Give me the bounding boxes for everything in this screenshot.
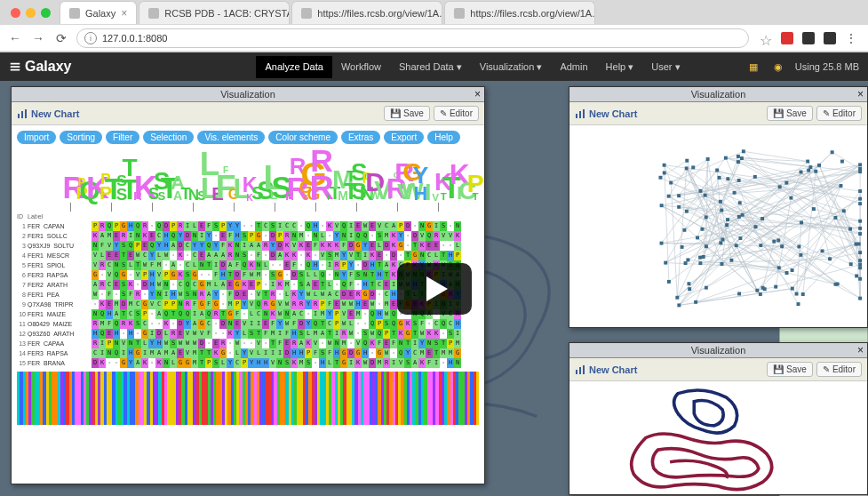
close-icon[interactable]: ×: [474, 88, 481, 100]
svg-rect-265: [737, 292, 741, 296]
menu-icon[interactable]: ⋮: [845, 32, 857, 44]
galaxy-nav-item[interactable]: User ▾: [642, 56, 689, 78]
close-icon[interactable]: ×: [857, 88, 864, 100]
galaxy-nav-item[interactable]: Visualization ▾: [471, 56, 552, 78]
back-button[interactable]: ←: [7, 30, 23, 46]
galaxy-nav-item[interactable]: Analyze Data: [256, 56, 331, 78]
browser-tab[interactable]: RCSB PDB - 1ACB: CRYSTA...×: [139, 1, 290, 24]
svg-rect-221: [858, 277, 862, 281]
msa-row[interactable]: 14FER3_RAPSACINQIHGIMAMAEVMTTKG-LYVLIIID…: [17, 348, 479, 358]
svg-rect-224: [733, 191, 737, 195]
browser-tab-row: Galaxy×RCSB PDB - 1ACB: CRYSTA...×https:…: [0, 0, 868, 25]
svg-rect-284: [735, 244, 738, 247]
editor-button[interactable]: ✎ Editor: [816, 106, 862, 121]
svg-rect-190: [737, 215, 741, 219]
network-body[interactable]: [569, 125, 867, 327]
msa-menu-pill[interactable]: Help: [427, 131, 460, 144]
svg-rect-277: [834, 283, 838, 286]
msa-row-label: Q93Z60_ARATH: [28, 331, 92, 337]
save-button[interactable]: 💾 Save: [767, 106, 813, 121]
save-button[interactable]: 💾 Save: [384, 106, 430, 121]
galaxy-nav-item[interactable]: Help ▾: [597, 56, 643, 78]
viz-panel-protein[interactable]: Visualization × New Chart 💾 Save ✎ Edito…: [569, 342, 868, 495]
msa-row[interactable]: 12Q93Z60_ARATHHQEH-H-GIDLREVWVF--KYLSTFM…: [17, 329, 479, 339]
msa-row[interactable]: 13FER_CAPAARIPNVNTLYHWSWWWD-ER-W--V-TFER…: [17, 339, 479, 348]
bookmark-icon[interactable]: ☆: [760, 32, 772, 44]
svg-rect-301: [821, 249, 824, 252]
network-graph[interactable]: [569, 125, 867, 327]
maximize-window-icon[interactable]: [41, 8, 51, 18]
msa-row[interactable]: 3Q93XJ9_SOLTUNFVYSQPEQYHADCYYQYFKNIAARYD…: [17, 241, 479, 251]
svg-rect-214: [800, 220, 803, 224]
forward-button[interactable]: →: [30, 30, 46, 46]
extension-icon[interactable]: [802, 32, 815, 44]
browser-tab[interactable]: https://files.rcsb.org/view/1A...×: [291, 1, 442, 24]
msa-row[interactable]: 4FER1_MESCRVLEETEWCYLW-K-CEAAARNS-F-DAKK…: [17, 251, 479, 260]
msa-row[interactable]: 2FER1_SOLLCKAMERINKECHQYDNIY-EFHSPG-DPRN…: [17, 231, 479, 241]
svg-rect-2: [25, 109, 27, 118]
msa-column-headers: ID Label: [17, 212, 479, 221]
msa-menu-pill[interactable]: Filter: [106, 131, 139, 144]
panel-titlebar[interactable]: Visualization ×: [569, 343, 867, 358]
svg-rect-225: [858, 297, 862, 300]
scratchbook-icon[interactable]: ◉: [770, 59, 786, 75]
favicon-icon: [301, 8, 312, 19]
browser-tab[interactable]: Galaxy×: [60, 1, 137, 24]
galaxy-nav-item[interactable]: Workflow: [332, 56, 390, 78]
galaxy-nav-item[interactable]: Shared Data ▾: [390, 56, 471, 78]
svg-rect-201: [778, 185, 782, 188]
grid-icon[interactable]: ▦: [745, 59, 761, 75]
minimize-window-icon[interactable]: [26, 8, 36, 18]
msa-menu-pill[interactable]: Import: [17, 131, 56, 144]
msa-menu-pill[interactable]: Sorting: [60, 131, 102, 144]
svg-rect-4: [579, 111, 581, 118]
protein-body[interactable]: [569, 381, 867, 494]
close-tab-icon[interactable]: ×: [121, 7, 127, 20]
save-button[interactable]: 💾 Save: [767, 362, 813, 377]
msa-row-label: FER1_SPIOL: [28, 262, 92, 268]
svg-line-78: [787, 273, 836, 284]
msa-row-label: FER1_MAIZE: [28, 311, 92, 317]
msa-row-label: FER1_PEA: [28, 292, 92, 298]
galaxy-logo[interactable]: Galaxy: [9, 59, 71, 75]
svg-rect-226: [800, 171, 803, 174]
msa-row-id: 13: [17, 340, 28, 347]
svg-rect-300: [772, 240, 776, 244]
svg-rect-250: [776, 238, 780, 242]
reload-button[interactable]: ⟳: [53, 30, 69, 46]
browser-tab[interactable]: https://files.rcsb.org/view/1A...×: [444, 1, 595, 24]
adblock-icon[interactable]: [781, 32, 793, 44]
msa-row-id: 1: [17, 223, 28, 229]
address-bar[interactable]: i 127.0.0.1:8080: [76, 28, 749, 48]
msa-menu-pill[interactable]: Extras: [341, 131, 380, 144]
viz-panel-network[interactable]: Visualization × New Chart 💾 Save ✎ Edito…: [569, 86, 868, 328]
msa-row[interactable]: 15FER_BRANADK--GYAK-KNLGGMTPSLYCPYHHVNSK…: [17, 358, 479, 368]
panel-titlebar[interactable]: Visualization ×: [569, 87, 867, 102]
close-icon[interactable]: ×: [857, 344, 864, 356]
svg-rect-217: [755, 289, 759, 292]
galaxy-nav-item[interactable]: Admin: [551, 56, 596, 78]
editor-button[interactable]: ✎ Editor: [434, 106, 479, 121]
close-window-icon[interactable]: [11, 8, 20, 18]
msa-menu-pill[interactable]: Color scheme: [268, 131, 338, 144]
msa-row[interactable]: 11O80429_MAIZERMFQRKSC--K-DYAGC-DNEVIIEF…: [17, 319, 479, 329]
msa-row-id: 14: [17, 350, 28, 356]
msa-overview-strip: [17, 372, 479, 425]
svg-rect-259: [675, 296, 679, 300]
galaxy-brand-text: Galaxy: [25, 59, 71, 75]
protein-structure[interactable]: [569, 381, 867, 494]
extension-icon[interactable]: [824, 32, 836, 44]
chart-icon: [575, 108, 585, 119]
msa-row[interactable]: 1FER_CAPANPRQPGHQR-QDPRILEFSPYY--TCSICC-…: [17, 221, 479, 231]
editor-button[interactable]: ✎ Editor: [816, 362, 862, 377]
msa-menu-pill[interactable]: Vis. elements: [197, 131, 265, 144]
panel-toolbar: New Chart 💾 Save ✎ Editor: [569, 102, 867, 125]
svg-rect-196: [840, 184, 843, 188]
panel-titlebar[interactable]: Visualization ×: [12, 87, 484, 102]
msa-menu-pill[interactable]: Selection: [143, 131, 194, 144]
site-info-icon[interactable]: i: [84, 32, 97, 44]
video-play-button[interactable]: [397, 263, 472, 315]
svg-rect-210: [807, 169, 810, 172]
msa-menu-pill[interactable]: Export: [384, 131, 424, 144]
svg-rect-229: [784, 181, 788, 185]
